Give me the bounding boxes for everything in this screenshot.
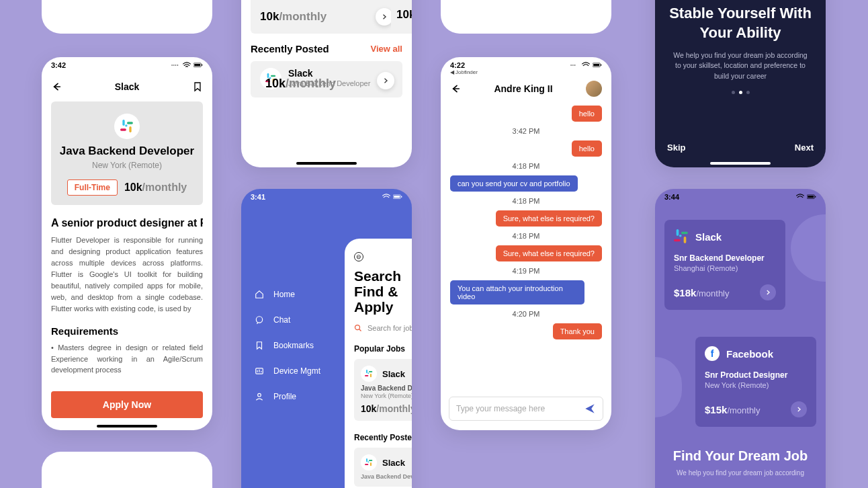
svg-line-23	[359, 329, 361, 331]
dot[interactable]	[746, 91, 750, 94]
chevron-right-icon[interactable]	[377, 72, 394, 89]
status-icons	[382, 194, 402, 200]
timestamp: 3:42 PM	[450, 127, 602, 135]
onboarding-subline: We help you find your dream job accordin…	[655, 50, 826, 81]
dot-active[interactable]	[739, 91, 742, 94]
job-type-pill: Full-Time	[67, 179, 118, 196]
status-time: 3:44	[664, 193, 679, 201]
back-icon[interactable]	[51, 81, 62, 92]
job-card-salary: 10k/monthly	[260, 10, 327, 24]
svg-point-21	[258, 393, 261, 397]
collapse-icon[interactable]: ⊖	[354, 252, 363, 261]
status-bar: 4:22	[441, 57, 611, 69]
job-card[interactable]: Java Backend Developer New York (Remote)…	[251, 0, 402, 34]
recent-card[interactable]: Slack Java Backend Developer	[354, 448, 412, 487]
main-panel: ⊖ SearchFind & Apply Search for jobs Pop…	[345, 239, 412, 488]
drawer-screen: 3:41 Home Chat Bookmarks Device Mgmt Pro…	[241, 189, 412, 488]
status-icons	[570, 62, 602, 69]
decorative-shape	[791, 214, 826, 282]
job-card-next[interactable]: Python Madrid 10k	[391, 0, 412, 34]
svg-rect-29	[601, 65, 601, 66]
status-time: 4:22	[450, 61, 465, 69]
message-bubble: hello	[450, 106, 602, 122]
section-recent: Recently Posted	[354, 433, 412, 442]
slack-logo	[114, 114, 140, 139]
svg-rect-15	[401, 196, 402, 198]
svg-point-25	[572, 65, 573, 65]
job-title: Java Backend Developer	[58, 145, 196, 158]
decorative-shape	[655, 357, 682, 417]
svg-rect-28	[593, 64, 599, 66]
job-list-item[interactable]: Slack Java Backend Developer 10k/monthly	[251, 61, 402, 97]
svg-rect-14	[394, 196, 400, 198]
apply-button[interactable]: Apply Now	[51, 391, 203, 418]
timestamp: 4:19 PM	[450, 267, 602, 275]
send-icon[interactable]	[584, 403, 596, 415]
job-card[interactable]: Slack Snr Backend Developer Shanghai (Re…	[664, 220, 785, 310]
next-button[interactable]: Next	[795, 143, 814, 153]
home-indicator	[296, 162, 357, 165]
chat-name: Andre King II	[461, 83, 586, 94]
message-list: hello3:42 PMhello4:18 PMcan you send you…	[441, 102, 611, 339]
chevron-right-icon[interactable]	[760, 284, 776, 300]
section-title: Recently Posted	[251, 43, 329, 54]
slack-logo	[674, 229, 689, 244]
bookmark-icon[interactable]	[192, 81, 203, 92]
message-bubble: Sure, what else is required?	[450, 245, 602, 261]
message-bubble: Thank you	[450, 323, 602, 339]
list-salary: 10k/monthly	[265, 77, 336, 91]
status-icons	[795, 194, 816, 200]
view-all-link[interactable]: View all	[371, 44, 402, 54]
status-time: 3:41	[251, 193, 265, 201]
svg-rect-10	[194, 64, 200, 66]
status-time: 3:42	[51, 61, 66, 69]
svg-point-16	[256, 317, 262, 323]
job-card[interactable]: fFacebook Snr Product Designer New York …	[695, 337, 816, 427]
skip-button[interactable]: Skip	[667, 143, 685, 153]
status-bar: 3:44	[655, 189, 826, 201]
message-bubble: hello	[450, 140, 602, 157]
message-bubble: Sure, what else is required?	[450, 210, 602, 227]
facebook-logo: f	[705, 346, 720, 361]
search-input[interactable]: Search for jobs	[354, 324, 412, 332]
timestamp: 4:18 PM	[450, 232, 602, 240]
back-app-label[interactable]: ◀ Jobfinder	[441, 69, 611, 75]
status-bar: 3:41	[241, 189, 412, 201]
chat-screen: 4:22 ◀ Jobfinder Andre King II hello3:42…	[441, 57, 611, 430]
requirements-text: • Masters degree in design or related fi…	[51, 342, 203, 376]
svg-point-5	[171, 65, 172, 65]
job-hero: Java Backend Developer New York (Remote)…	[51, 101, 203, 205]
placeholder-phone	[42, 0, 212, 34]
popular-card[interactable]: Slack Java Backend Developer New York (R…	[354, 359, 412, 421]
timestamp: 4:20 PM	[450, 310, 602, 318]
page-title: Slack	[115, 81, 140, 92]
onboarding-screen: Stable Yourself With Your Ability We hel…	[655, 0, 826, 167]
timestamp: 4:18 PM	[450, 197, 602, 205]
job-location: New York (Remote)	[58, 161, 196, 170]
job-description: Flutter Developer is responsible for run…	[51, 235, 203, 315]
home-indicator	[710, 162, 771, 165]
svg-point-26	[574, 65, 575, 65]
dot[interactable]	[732, 91, 735, 94]
placeholder-phone	[42, 452, 212, 488]
chevron-right-icon[interactable]	[791, 401, 807, 417]
svg-point-6	[173, 65, 174, 65]
requirements-title: Requirements	[51, 325, 203, 337]
job-detail-screen: 3:42 Slack Java Backend Developer New Yo…	[42, 57, 212, 430]
slack-logo	[361, 454, 377, 471]
avatar[interactable]	[586, 81, 602, 97]
back-icon[interactable]	[450, 83, 461, 94]
status-icons	[171, 62, 203, 69]
svg-point-8	[177, 65, 178, 65]
message-bubble: can you send your cv and portfolio	[450, 175, 602, 192]
svg-rect-32	[808, 196, 814, 198]
page-dots	[655, 91, 826, 94]
svg-rect-33	[815, 196, 816, 198]
status-bar: 3:42	[42, 57, 212, 69]
job-salary: 10k/monthly	[124, 181, 187, 194]
svg-point-7	[175, 65, 176, 65]
svg-rect-11	[202, 65, 202, 66]
job-headline: A senior product designer at Flutter	[51, 217, 203, 229]
message-input[interactable]: Type your message here	[449, 397, 603, 421]
headline: SearchFind & Apply	[354, 268, 412, 315]
